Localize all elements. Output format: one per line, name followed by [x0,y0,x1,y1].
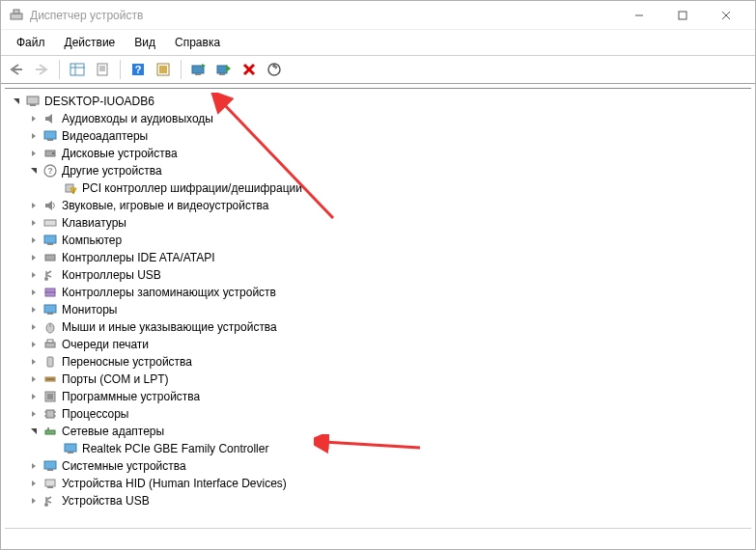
svg-rect-8 [70,64,84,75]
back-button[interactable] [5,59,28,80]
tree-category-video[interactable]: Видеоадаптеры [5,127,751,145]
svg-rect-52 [45,343,55,347]
tree-category-software[interactable]: Программные устройства [5,388,751,405]
category-label: Программные устройства [62,390,200,403]
expand-icon[interactable] [28,113,40,124]
expand-icon[interactable] [28,373,40,385]
other-devices-icon: ? [42,163,58,179]
tree-category-disk[interactable]: Дисковые устройства [5,145,751,162]
svg-rect-11 [98,64,107,75]
expand-icon[interactable] [28,408,40,420]
properties-button[interactable] [91,59,114,80]
expand-icon[interactable] [28,339,40,350]
menu-view[interactable]: Вид [125,32,165,53]
expand-icon[interactable] [28,495,40,507]
expand-icon[interactable] [28,391,40,402]
svg-rect-26 [27,96,39,104]
expand-icon[interactable] [28,356,40,368]
expand-icon[interactable] [28,252,40,263]
tree-category-monitor[interactable]: Мониторы [5,301,751,318]
svg-rect-29 [47,139,53,141]
maximize-button[interactable] [660,2,704,29]
action-menu-button[interactable] [152,59,175,80]
computer-icon [25,94,41,109]
svg-rect-61 [47,394,53,399]
svg-rect-67 [45,430,55,434]
category-label: Компьютер [62,234,122,247]
category-label: Системные устройства [62,459,186,473]
tree-category-storage[interactable]: Контроллеры запоминающих устройств [5,284,751,301]
tree-category-audio[interactable]: Аудиовходы и аудиовыходы [5,110,751,127]
uninstall-device-button[interactable] [238,59,261,80]
menu-action[interactable]: Действие [55,32,126,53]
expand-icon[interactable] [28,234,40,246]
tree-category-system[interactable]: Системные устройства [5,457,751,475]
svg-text:?: ? [135,64,142,75]
svg-rect-47 [45,292,55,296]
software-device-icon [42,389,58,404]
update-driver-button[interactable] [187,59,210,80]
category-label: Контроллеры IDE ATA/ATAPI [62,251,215,264]
svg-rect-62 [46,410,54,418]
expand-icon[interactable] [28,460,40,472]
expand-icon[interactable] [28,130,40,142]
menu-file[interactable]: Файл [7,32,55,53]
scan-hardware-button[interactable] [263,59,286,80]
expand-icon[interactable] [28,321,40,333]
tree-category-keyboard[interactable]: Клавиатуры [5,214,751,232]
collapse-icon[interactable] [28,165,40,177]
toolbar-separator [181,60,182,79]
svg-point-42 [44,277,48,281]
expand-icon[interactable] [11,96,22,107]
tree-category-sound[interactable]: Звуковые, игровые и видеоустройства [5,197,751,214]
svg-rect-71 [44,461,56,469]
audio-icon [42,111,58,126]
tree-item-realtek[interactable]: Realtek PCIe GBE Family Controller [5,440,751,457]
tree-category-printq[interactable]: Очереди печати [5,336,751,353]
tree-category-ide[interactable]: Контроллеры IDE ATA/ATAPI [5,249,751,266]
tree-category-ports[interactable]: Порты (COM и LPT) [5,371,751,388]
device-tree[interactable]: DESKTOP-IUOADB6 Аудиовходы и аудиовыходы… [5,88,751,539]
tree-category-computer[interactable]: Компьютер [5,232,751,249]
expand-icon[interactable] [28,148,40,159]
category-label: Звуковые, игровые и видеоустройства [62,199,268,212]
warning-device-icon: ! [63,180,78,196]
tree-category-hid[interactable]: Устройства HID (Human Interface Devices) [5,475,751,492]
svg-rect-1 [14,10,19,14]
category-label: Мыши и иные указывающие устройства [62,320,277,334]
show-hide-tree-button[interactable] [66,59,89,80]
tree-category-network[interactable]: Сетевые адаптеры [5,423,751,440]
display-adapter-icon [42,128,58,144]
category-label: Порты (COM и LPT) [62,372,169,386]
tree-category-portable[interactable]: Переносные устройства [5,353,751,371]
close-button[interactable] [704,2,747,29]
tree-category-mouse[interactable]: Мыши и иные указывающие устройства [5,318,751,336]
ide-controller-icon [42,250,58,265]
menubar: Файл Действие Вид Справка [1,30,755,55]
expand-icon[interactable] [28,478,40,489]
category-label: Устройства USB [62,494,150,508]
svg-rect-22 [219,73,225,75]
expand-icon[interactable] [28,287,40,298]
expand-icon[interactable] [28,269,40,281]
computer-icon [42,233,58,248]
minimize-button[interactable] [617,2,660,29]
tree-root[interactable]: DESKTOP-IUOADB6 [5,93,751,110]
collapse-icon[interactable] [28,426,40,437]
tree-item-pci[interactable]: ! PCI контроллер шифрации/дешифрации [5,179,751,197]
expand-icon[interactable] [28,200,40,211]
svg-rect-39 [44,235,56,243]
expand-icon[interactable] [28,304,40,316]
tree-category-other[interactable]: ? Другие устройства [5,162,751,179]
category-label: Контроллеры запоминающих устройств [62,286,276,299]
menu-help[interactable]: Справка [165,32,230,53]
tree-category-cpu[interactable]: Процессоры [5,405,751,423]
help-button[interactable]: ? [126,59,150,80]
tree-category-usbctrl[interactable]: Контроллеры USB [5,266,751,284]
enable-device-button[interactable] [212,59,236,80]
expand-icon[interactable] [28,217,40,229]
monitor-icon [42,302,58,317]
category-label: Аудиовходы и аудиовыходы [62,112,213,125]
tree-category-usbdev[interactable]: Устройства USB [5,492,751,509]
forward-button[interactable] [30,59,53,80]
